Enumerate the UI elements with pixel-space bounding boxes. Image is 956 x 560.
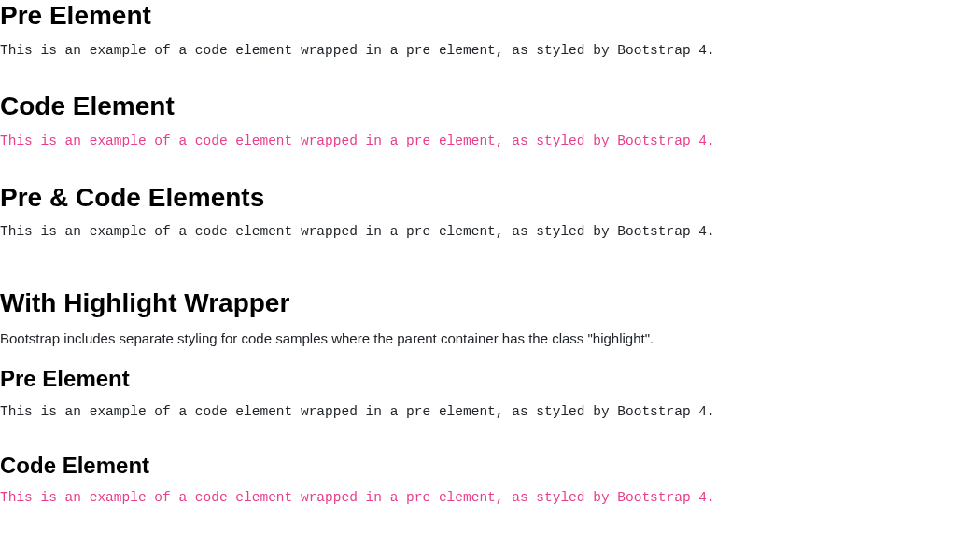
heading-hl-pre-element: Pre Element: [0, 366, 956, 393]
section-code-element: Code Element This is an example of a cod…: [0, 91, 956, 151]
heading-code-element: Code Element: [0, 91, 956, 122]
hl-pre-sample-text: This is an example of a code element wra…: [0, 402, 956, 423]
section-pre-element: Pre Element This is an example of a code…: [0, 0, 956, 61]
heading-highlight-wrapper: With Highlight Wrapper: [0, 287, 956, 319]
heading-hl-code-element: Code Element: [0, 453, 956, 480]
pre-code-sample-text: This is an example of a code element wra…: [0, 222, 956, 243]
section-highlight-wrapper: With Highlight Wrapper Bootstrap include…: [0, 287, 956, 349]
highlight-description: Bootstrap includes separate styling for …: [0, 329, 956, 350]
section-hl-code-element: Code Element This is an example of a cod…: [0, 453, 956, 510]
heading-pre-element: Pre Element: [0, 0, 956, 32]
section-hl-pre-element: Pre Element This is an example of a code…: [0, 366, 956, 423]
pre-sample-text: This is an example of a code element wra…: [0, 41, 956, 62]
hl-code-sample-text: This is an example of a code element wra…: [0, 488, 956, 509]
code-sample-text: This is an example of a code element wra…: [0, 132, 956, 152]
heading-pre-and-code: Pre & Code Elements: [0, 182, 956, 214]
section-pre-and-code: Pre & Code Elements This is an example o…: [0, 182, 956, 243]
